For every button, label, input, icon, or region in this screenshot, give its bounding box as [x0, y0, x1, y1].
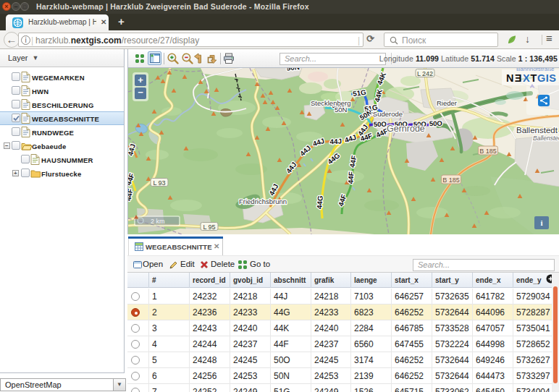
svg-text:44J: 44J [329, 137, 342, 145]
svg-text:'Suderode: 'Suderode [371, 110, 403, 118]
svg-text:B 185: B 185 [479, 148, 497, 155]
svg-text:GIS: GIS [537, 72, 556, 84]
svg-text:2 km: 2 km [151, 218, 165, 225]
svg-text:50O: 50O [429, 119, 442, 128]
svg-text:Rieder: Rieder [437, 99, 457, 107]
svg-text:i: i [540, 218, 542, 227]
svg-text:L 93: L 93 [153, 179, 165, 187]
svg-text:X: X [523, 72, 530, 84]
svg-text:T: T [531, 72, 537, 84]
svg-text:Gernrode: Gernrode [387, 124, 425, 134]
svg-text:50N: 50N [335, 106, 348, 114]
svg-text:N: N [506, 72, 513, 84]
svg-text:L 242: L 242 [417, 70, 433, 77]
svg-text:E: E [515, 72, 522, 84]
svg-text:Friedrichsbrunn: Friedrichsbrunn [239, 197, 287, 205]
svg-text:44F: 44F [346, 171, 355, 184]
svg-text:B 185: B 185 [442, 176, 460, 184]
svg-text:+: + [138, 74, 143, 85]
svg-text:Ballenstedt: Ballenstedt [533, 135, 559, 142]
svg-text:−: − [138, 87, 143, 98]
svg-text:Bahnhofstraße: Bahnhofstraße [516, 68, 555, 72]
svg-text:44G: 44G [315, 195, 324, 210]
svg-text:50O: 50O [374, 120, 387, 129]
svg-text:Ballenstedt: Ballenstedt [516, 126, 558, 135]
svg-text:L 95: L 95 [203, 223, 215, 231]
